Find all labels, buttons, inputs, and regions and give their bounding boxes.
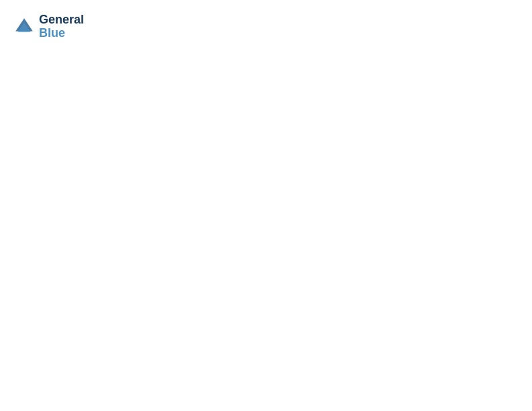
logo-icon (13, 16, 35, 38)
logo: General Blue (13, 13, 84, 40)
page-header: General Blue (13, 13, 519, 40)
logo-text: General Blue (39, 13, 84, 40)
